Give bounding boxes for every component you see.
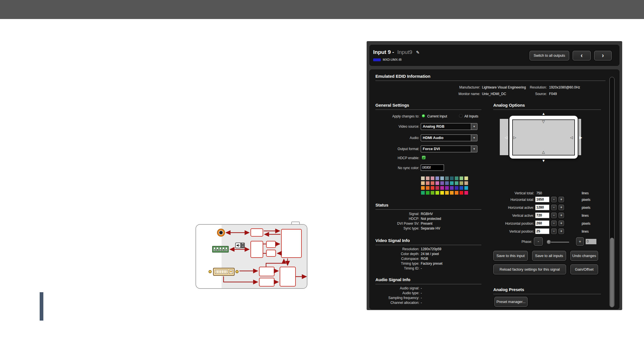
palette-swatch[interactable] xyxy=(426,191,430,195)
audio-label: Audio: xyxy=(370,136,419,140)
input-alias: Input9 xyxy=(397,49,412,55)
position-arrow-down-icon[interactable]: ▼ xyxy=(542,159,545,163)
edit-pencil-icon[interactable]: ✎ xyxy=(416,50,420,55)
palette-swatch[interactable] xyxy=(450,181,454,185)
video-info-label: Timing ID: xyxy=(370,266,419,270)
audio-info-value: - xyxy=(421,286,422,290)
palette-swatch[interactable] xyxy=(445,176,449,180)
palette-swatch[interactable] xyxy=(450,186,454,190)
palette-swatch[interactable] xyxy=(440,176,444,180)
horizontal-total-minus-button[interactable]: - xyxy=(551,197,557,202)
phase-plus-button[interactable]: + xyxy=(576,237,584,246)
palette-swatch[interactable] xyxy=(431,176,434,180)
nosync-color-input[interactable] xyxy=(421,165,444,171)
vertical-position-plus-button[interactable]: + xyxy=(558,228,564,234)
status-label: DVI Power 5V: xyxy=(370,222,419,226)
palette-swatch[interactable] xyxy=(445,181,449,185)
palette-swatch[interactable] xyxy=(455,191,458,195)
palette-swatch[interactable] xyxy=(464,176,468,180)
palette-swatch[interactable] xyxy=(421,191,425,195)
palette-swatch[interactable] xyxy=(431,181,434,185)
size-arrow-right-icon[interactable]: ◁ xyxy=(570,136,573,139)
palette-swatch[interactable] xyxy=(426,176,430,180)
horizontal-active-minus-button[interactable]: - xyxy=(551,205,557,210)
size-arrow-top-icon[interactable]: ▽ xyxy=(542,120,545,123)
audio-info-value: - xyxy=(421,301,422,305)
palette-swatch[interactable] xyxy=(464,181,468,185)
vertical-active-plus-button[interactable]: + xyxy=(558,212,564,218)
horizontal-active-input[interactable] xyxy=(535,205,549,210)
vertical-position-minus-button[interactable]: - xyxy=(551,228,557,234)
palette-swatch[interactable] xyxy=(421,181,425,185)
prev-input-button[interactable]: ‹ xyxy=(573,51,591,60)
horizontal-position-plus-button[interactable]: + xyxy=(558,220,564,226)
position-arrow-left-icon[interactable]: ◁ xyxy=(505,136,507,139)
video-source-value: Analog RGB xyxy=(421,123,471,130)
position-arrow-up-icon[interactable]: ▲ xyxy=(542,112,545,115)
switch-to-all-outputs-button[interactable]: Switch to all outputs xyxy=(530,51,569,60)
palette-swatch[interactable] xyxy=(431,186,434,190)
horizontal-position-minus-button[interactable]: - xyxy=(551,220,557,226)
palette-swatch[interactable] xyxy=(455,186,458,190)
phase-slider-track[interactable] xyxy=(549,242,569,243)
edid-section-title: Emulated EDID Information xyxy=(375,74,605,81)
palette-swatch[interactable] xyxy=(421,176,425,180)
palette-swatch[interactable] xyxy=(460,191,463,195)
hdcp-enable-checkbox[interactable]: ✓ xyxy=(422,155,426,160)
vertical-active-input[interactable] xyxy=(535,212,549,218)
palette-swatch[interactable] xyxy=(435,186,439,190)
palette-swatch[interactable] xyxy=(435,176,439,180)
horizontal-active-plus-button[interactable]: + xyxy=(558,205,564,210)
save-to-all-inputs-button[interactable]: Save to all inputs xyxy=(532,251,566,261)
undo-changes-button[interactable]: Undo changes xyxy=(570,251,598,261)
output-format-dropdown[interactable]: Force DVI ▼ xyxy=(421,146,477,152)
size-arrow-bottom-icon[interactable]: △ xyxy=(542,150,545,154)
palette-swatch[interactable] xyxy=(460,181,463,185)
palette-swatch[interactable] xyxy=(435,181,439,185)
nosync-palette xyxy=(421,176,468,195)
video-source-dropdown[interactable]: Analog RGB ▼ xyxy=(421,123,477,130)
phase-minus-button[interactable]: - xyxy=(534,237,543,246)
size-arrow-left-icon[interactable]: ▷ xyxy=(513,136,516,139)
palette-swatch[interactable] xyxy=(460,176,463,180)
device-label: MXD-UMX-IB xyxy=(383,58,402,61)
palette-swatch[interactable] xyxy=(431,191,434,195)
scrollbar-thumb[interactable] xyxy=(610,238,614,307)
palette-swatch[interactable] xyxy=(426,181,430,185)
audio-value: HDMI Audio xyxy=(421,135,471,141)
next-input-button[interactable]: › xyxy=(594,51,612,60)
palette-swatch[interactable] xyxy=(455,176,458,180)
palette-swatch[interactable] xyxy=(450,176,454,180)
palette-swatch[interactable] xyxy=(445,191,449,195)
vertical-position-input[interactable] xyxy=(535,228,549,234)
phase-slider-knob[interactable] xyxy=(547,240,551,244)
palette-swatch[interactable] xyxy=(426,186,430,190)
edid-manufacturer-label: Manufacturer: xyxy=(375,85,480,89)
radio-all-inputs[interactable] xyxy=(459,114,463,118)
horizontal-position-input[interactable] xyxy=(535,220,549,226)
vertical-total-value: 750 xyxy=(536,191,542,195)
reload-factory-settings-button[interactable]: Reload factory settings for this signal xyxy=(493,264,566,274)
video-source-label: Video source: xyxy=(370,125,419,129)
palette-swatch[interactable] xyxy=(455,181,458,185)
horizontal-total-input[interactable] xyxy=(535,197,549,202)
palette-swatch[interactable] xyxy=(445,186,449,190)
gain-offset-button[interactable]: Gain/Offset xyxy=(570,264,598,274)
vertical-active-minus-button[interactable]: - xyxy=(551,212,557,218)
position-arrow-right-icon[interactable]: ▶ xyxy=(579,136,582,139)
preset-manager-button[interactable]: Preset manager... xyxy=(494,297,528,307)
save-to-this-input-button[interactable]: Save to this input xyxy=(493,251,528,261)
palette-swatch[interactable] xyxy=(440,186,444,190)
status-value: Not protected xyxy=(421,217,441,221)
palette-swatch[interactable] xyxy=(435,191,439,195)
palette-swatch[interactable] xyxy=(460,186,463,190)
palette-swatch[interactable] xyxy=(440,181,444,185)
audio-dropdown[interactable]: HDMI Audio ▼ xyxy=(421,134,477,141)
radio-current-input[interactable] xyxy=(422,114,425,118)
palette-swatch[interactable] xyxy=(450,191,454,195)
palette-swatch[interactable] xyxy=(464,186,468,190)
palette-swatch[interactable] xyxy=(440,191,444,195)
horizontal-total-plus-button[interactable]: + xyxy=(558,197,564,202)
audio-info-label: Audio signal: xyxy=(370,286,419,290)
palette-swatch[interactable] xyxy=(421,186,425,190)
